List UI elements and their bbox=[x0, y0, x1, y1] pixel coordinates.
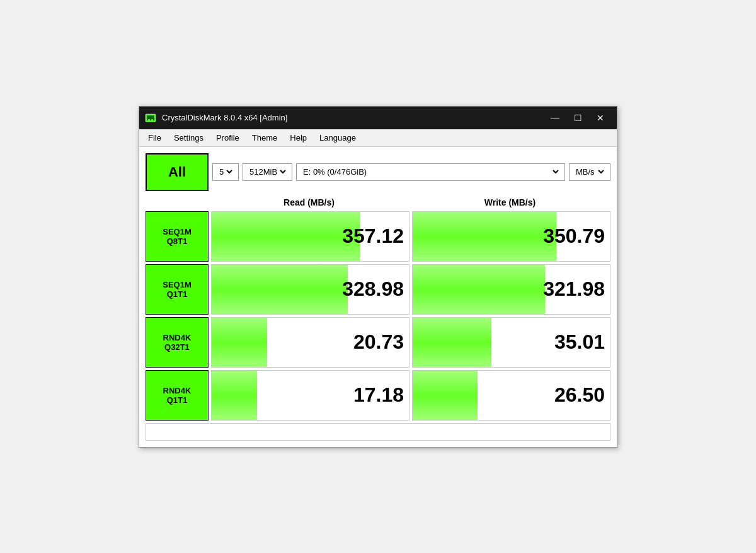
write-value-rnd4k-q32t1: 35.01 bbox=[554, 330, 605, 354]
count-select[interactable]: 1 3 5 9 bbox=[212, 163, 239, 181]
unit-select[interactable]: MB/s GB/s IOPS μs bbox=[569, 163, 610, 181]
read-value-seq1m-q1t1: 328.98 bbox=[342, 277, 404, 301]
menu-profile[interactable]: Profile bbox=[210, 131, 246, 145]
bench-row-rnd4k-q1t1: RND4KQ1T117.1826.50 bbox=[146, 370, 610, 421]
status-bar bbox=[146, 423, 610, 441]
row-label-rnd4k-q32t1[interactable]: RND4KQ32T1 bbox=[146, 317, 209, 368]
menu-settings[interactable]: Settings bbox=[168, 131, 210, 145]
write-bar-rnd4k-q32t1 bbox=[413, 318, 491, 367]
main-window: CrystalDiskMark 8.0.4 x64 [Admin] — ☐ ✕ … bbox=[139, 106, 617, 448]
menu-file[interactable]: File bbox=[142, 131, 168, 145]
bench-row-seq1m-q8t1: SEQ1MQ8T1357.12350.79 bbox=[146, 211, 610, 262]
drive-dropdown[interactable]: E: 0% (0/476GiB) bbox=[301, 166, 561, 177]
row-label-seq1m-q8t1[interactable]: SEQ1MQ8T1 bbox=[146, 211, 209, 262]
row-label-rnd4k-q1t1[interactable]: RND4KQ1T1 bbox=[146, 370, 209, 421]
read-bar-rnd4k-q1t1 bbox=[212, 371, 257, 420]
write-cell-rnd4k-q32t1: 35.01 bbox=[412, 317, 610, 368]
read-bar-seq1m-q1t1 bbox=[212, 265, 348, 314]
benchmark-rows: SEQ1MQ8T1357.12350.79SEQ1MQ1T1328.98321.… bbox=[146, 211, 610, 421]
bench-row-seq1m-q1t1: SEQ1MQ1T1328.98321.98 bbox=[146, 264, 610, 315]
read-cell-seq1m-q8t1: 357.12 bbox=[211, 211, 410, 262]
read-value-rnd4k-q32t1: 20.73 bbox=[353, 330, 404, 354]
svg-rect-1 bbox=[147, 115, 154, 120]
app-icon bbox=[144, 112, 157, 124]
read-cell-rnd4k-q32t1: 20.73 bbox=[211, 317, 410, 368]
all-button[interactable]: All bbox=[146, 153, 209, 191]
menu-theme[interactable]: Theme bbox=[246, 131, 284, 145]
write-bar-seq1m-q8t1 bbox=[413, 212, 556, 261]
column-headers: Read (MB/s) Write (MB/s) bbox=[146, 196, 610, 209]
write-cell-seq1m-q1t1: 321.98 bbox=[412, 264, 610, 315]
read-header: Read (MB/s) bbox=[209, 196, 410, 209]
write-cell-seq1m-q8t1: 350.79 bbox=[412, 211, 610, 262]
bench-row-rnd4k-q32t1: RND4KQ32T120.7335.01 bbox=[146, 317, 610, 368]
size-select[interactable]: 512MiB 1GiB 2GiB 4GiB bbox=[243, 163, 292, 181]
controls-row: All 1 3 5 9 512MiB 1GiB 2GiB 4GiB bbox=[146, 153, 610, 191]
menubar: File Settings Profile Theme Help Languag… bbox=[139, 129, 617, 147]
read-bar-seq1m-q8t1 bbox=[212, 212, 360, 261]
write-cell-rnd4k-q1t1: 26.50 bbox=[412, 370, 610, 421]
read-cell-rnd4k-q1t1: 17.18 bbox=[211, 370, 410, 421]
write-value-seq1m-q1t1: 321.98 bbox=[543, 277, 605, 301]
read-value-rnd4k-q1t1: 17.18 bbox=[353, 383, 404, 407]
svg-rect-3 bbox=[151, 119, 153, 120]
read-cell-seq1m-q1t1: 328.98 bbox=[211, 264, 410, 315]
window-controls: — ☐ ✕ bbox=[544, 107, 612, 129]
row-label-seq1m-q1t1[interactable]: SEQ1MQ1T1 bbox=[146, 264, 209, 315]
write-value-rnd4k-q1t1: 26.50 bbox=[554, 383, 605, 407]
menu-help[interactable]: Help bbox=[284, 131, 313, 145]
write-value-seq1m-q8t1: 350.79 bbox=[543, 224, 605, 248]
svg-rect-2 bbox=[148, 119, 150, 120]
size-dropdown[interactable]: 512MiB 1GiB 2GiB 4GiB bbox=[247, 166, 288, 177]
count-dropdown[interactable]: 1 3 5 9 bbox=[217, 166, 234, 177]
minimize-button[interactable]: — bbox=[544, 107, 566, 129]
menu-language[interactable]: Language bbox=[313, 131, 362, 145]
content-area: All 1 3 5 9 512MiB 1GiB 2GiB 4GiB bbox=[139, 147, 617, 447]
window-title: CrystalDiskMark 8.0.4 x64 [Admin] bbox=[162, 113, 544, 122]
read-value-seq1m-q8t1: 357.12 bbox=[342, 224, 404, 248]
maximize-button[interactable]: ☐ bbox=[566, 107, 589, 129]
drive-select[interactable]: E: 0% (0/476GiB) bbox=[296, 163, 565, 181]
close-button[interactable]: ✕ bbox=[589, 107, 612, 129]
titlebar: CrystalDiskMark 8.0.4 x64 [Admin] — ☐ ✕ bbox=[139, 107, 617, 129]
write-bar-rnd4k-q1t1 bbox=[413, 371, 478, 420]
write-header: Write (MB/s) bbox=[410, 196, 610, 209]
write-bar-seq1m-q1t1 bbox=[413, 265, 545, 314]
read-bar-rnd4k-q32t1 bbox=[212, 318, 267, 367]
unit-dropdown[interactable]: MB/s GB/s IOPS μs bbox=[573, 166, 606, 177]
